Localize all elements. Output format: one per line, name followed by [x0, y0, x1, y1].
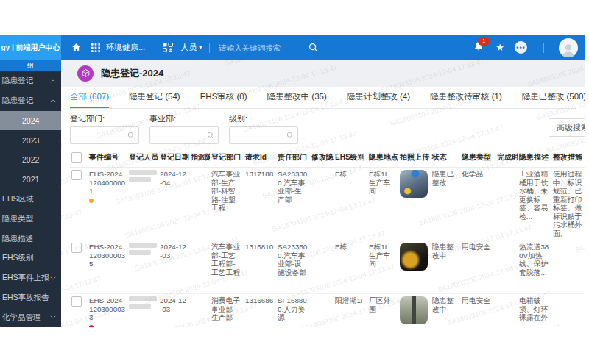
- filter-register-dept-input[interactable]: [70, 126, 139, 144]
- row-checkbox[interactable]: [71, 170, 82, 180]
- home-icon[interactable]: [71, 43, 81, 52]
- sidebar-item-9[interactable]: EHS级别: [0, 249, 61, 268]
- sidebar-item-label: 隐患登记: [2, 96, 33, 106]
- resp-dept-cell: SF168800.人力资源: [276, 294, 310, 328]
- filter-business-unit-field[interactable]: [150, 132, 207, 140]
- hazard-photo-thumbnail[interactable]: [400, 243, 428, 271]
- person-cell: [127, 240, 158, 294]
- hazard-table: 事件编号登记人员登记日期指派隐...登记部门请求Id责任部门修改隐...EHS级…: [70, 149, 576, 327]
- people-menu[interactable]: 人员: [180, 42, 197, 53]
- filter-register-dept-field[interactable]: [71, 132, 127, 140]
- row-select-cell: [70, 168, 88, 240]
- redacted-name: [129, 170, 157, 175]
- filter-level-input[interactable]: [229, 126, 298, 144]
- redacted-name: [129, 296, 157, 301]
- tab-5[interactable]: 隐患整改待审核 (1): [430, 87, 502, 108]
- search-icon: [286, 132, 294, 139]
- photo-cell: [398, 240, 431, 294]
- type-cell: 用电安全: [460, 240, 495, 294]
- table-row: EHS-202412030000352024-12-03汽车事业部-工艺工程部-…: [70, 240, 585, 294]
- column-header: 状态: [431, 149, 460, 168]
- sidebar-item-8[interactable]: 隐患描述: [0, 229, 61, 249]
- user-avatar[interactable]: [559, 38, 578, 57]
- measure-cell: [551, 240, 585, 294]
- content-card: 全部 (607)隐患登记 (54)EHS审核 (0)隐患整改中 (35)隐患计划…: [61, 87, 585, 327]
- location-cell: E栋1L 生产车间: [367, 240, 398, 294]
- status-cell: 隐患已整改: [431, 168, 460, 240]
- photo-cell: [398, 294, 431, 328]
- sidebar-item-5[interactable]: 2021: [0, 170, 61, 190]
- sidebar-item-12[interactable]: 化学品管理: [0, 307, 61, 327]
- sidebar-item-label: 2021: [22, 175, 39, 184]
- tab-4[interactable]: 隐患计划整改 (4): [347, 87, 410, 108]
- tab-1[interactable]: 隐患登记 (54): [129, 87, 180, 108]
- sidebar-item-4[interactable]: 2022: [0, 150, 61, 170]
- notification-badge: 1: [478, 37, 490, 46]
- person-cell: [127, 294, 158, 328]
- filter-register-dept: 登记部门:: [70, 113, 139, 144]
- global-search-input[interactable]: [217, 43, 307, 53]
- select-all-header[interactable]: [70, 149, 88, 168]
- sidebar-item-3[interactable]: 2023: [0, 130, 61, 150]
- sidebar-item-11[interactable]: EHS事故报告: [0, 288, 61, 307]
- apps-grid-icon[interactable]: [91, 43, 100, 52]
- column-header: 整改措施: [551, 149, 585, 168]
- top-navigation-bar: gy | 前端用户中心 环境健康... 人员 ▾: [0, 35, 585, 60]
- redacted-name: [129, 243, 157, 248]
- modify-cell: [310, 168, 334, 240]
- row-checkbox[interactable]: [71, 296, 82, 307]
- finish-time-cell: [495, 168, 518, 240]
- sidebar-item-10[interactable]: EHS事件上报: [0, 268, 61, 288]
- org-structure-icon[interactable]: [163, 43, 173, 52]
- filter-business-unit-input[interactable]: [149, 126, 219, 144]
- search-icon[interactable]: [308, 43, 318, 52]
- chevron-down-icon: ▾: [199, 44, 202, 51]
- row-checkbox[interactable]: [71, 243, 82, 253]
- type-cell: 化学品: [460, 168, 495, 240]
- column-header: 隐患类型: [460, 149, 495, 168]
- filters-row: 登记部门: 事业部:: [70, 109, 576, 149]
- column-header: 指派隐...: [189, 149, 210, 168]
- advanced-search-button[interactable]: 高级搜索: [549, 118, 585, 137]
- hazard-photo-thumbnail[interactable]: [400, 170, 428, 198]
- sidebar-item-label: 2023: [22, 136, 39, 145]
- assign-cell: [189, 168, 210, 240]
- topbar-right-group: 1 ★ •••: [473, 38, 578, 57]
- select-all-checkbox[interactable]: [71, 152, 82, 163]
- sidebar-item-label: 隐患登记: [2, 76, 33, 86]
- location-cell: 厂区外围: [367, 294, 398, 328]
- sidebar-menu: 隐患登记隐患登记2024202320222021EHS区域隐患类型隐患描述EHS…: [0, 71, 61, 327]
- event-number: EHS-20241204000001: [89, 170, 126, 196]
- sidebar-item-7[interactable]: 隐患类型: [0, 209, 61, 229]
- photo-cell: [398, 168, 431, 240]
- tab-0[interactable]: 全部 (607): [70, 87, 109, 108]
- sidebar-item-label: 隐患类型: [2, 214, 33, 224]
- date-cell: 2024-12-03: [158, 294, 189, 328]
- sidebar-item-6[interactable]: EHS区域: [0, 190, 61, 210]
- sidebar-item-1[interactable]: 隐患登记: [0, 91, 61, 111]
- ehs-level-cell: 阳澄湖1F: [334, 294, 367, 328]
- sidebar-item-0[interactable]: 隐患登记: [0, 71, 61, 91]
- status-cell: 隐患整改中: [431, 294, 460, 328]
- redacted-name: [129, 177, 151, 182]
- screenshot-canvas: gy | 前端用户中心 环境健康... 人员 ▾: [0, 0, 589, 364]
- page-header: 隐患登记-2024: [61, 60, 585, 87]
- request-id-cell: 1316810: [244, 240, 276, 294]
- tab-3[interactable]: 隐患整改中 (35): [267, 87, 327, 108]
- row-select-cell: [70, 294, 88, 328]
- assign-cell: [189, 240, 210, 294]
- table-row: EHS-202412040000012024-12-04汽车事业部-生产部-科智…: [70, 168, 585, 240]
- more-options-icon[interactable]: •••: [515, 41, 527, 54]
- current-app-name[interactable]: 环境健康...: [106, 42, 145, 53]
- sidebar-top-tab[interactable]: 组: [0, 60, 61, 71]
- hazard-photo-thumbnail[interactable]: [400, 296, 428, 324]
- favorites-star-icon[interactable]: ★: [495, 42, 504, 53]
- event-number: EHS-20241203000033: [89, 296, 126, 322]
- notifications-bell-icon[interactable]: 1: [473, 41, 484, 54]
- tab-2[interactable]: EHS审核 (0): [200, 87, 247, 108]
- sidebar-item-label: 隐患描述: [2, 234, 33, 244]
- sidebar-item-2[interactable]: 2024: [0, 111, 61, 131]
- app-window: gy | 前端用户中心 环境健康... 人员 ▾: [0, 35, 585, 327]
- filter-level-field[interactable]: [230, 132, 286, 140]
- tab-6[interactable]: 隐患已整改 (500): [522, 87, 585, 108]
